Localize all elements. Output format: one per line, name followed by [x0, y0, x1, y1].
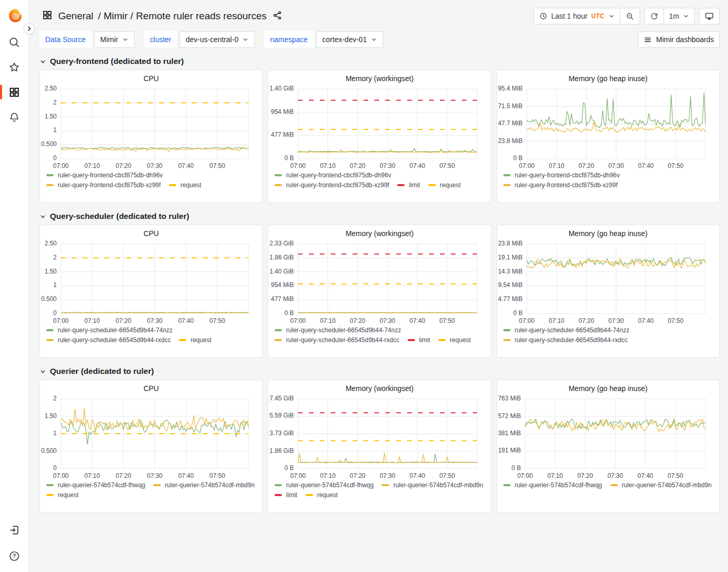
legend-label: ruler-query-scheduler-66545d9b44-rxdcc — [58, 335, 171, 345]
legend-item[interactable]: ruler-querier-574b574cdf-mbd9n — [382, 480, 483, 490]
help-icon[interactable]: ? — [0, 547, 29, 565]
legend-label: limit — [286, 490, 297, 500]
navbar: General / Mimir / Remote ruler reads res… — [30, 0, 728, 26]
legend-item[interactable]: limit — [275, 490, 297, 500]
refresh-button[interactable] — [644, 8, 664, 24]
y-axis-label: 2 — [40, 99, 57, 106]
y-axis-label: 954 MiB — [268, 108, 294, 115]
dashboards-grid-icon[interactable] — [0, 83, 29, 101]
y-axis-label: 572 MiB — [497, 412, 521, 420]
variable-value-dropdown[interactable]: Mimir — [94, 31, 135, 48]
y-axis-label: 19.1 MiB — [497, 254, 523, 261]
row-title: Query-frontend (dedicated to ruler) — [50, 57, 184, 66]
panel-title[interactable]: Memory (go heap inuse) — [497, 380, 719, 393]
row-title: Query-scheduler (dedicated to ruler) — [50, 212, 189, 221]
dashboard-row: Querier (dedicated to ruler) CPU 21.5010… — [40, 367, 720, 513]
legend-swatch-icon — [610, 484, 618, 486]
x-axis-label: 07:40 — [638, 317, 654, 324]
legend-item[interactable]: ruler-querier-574b574cdf-mbd9n — [610, 480, 712, 490]
cycle-view-mode-button[interactable] — [699, 8, 720, 24]
chart: 2.33 GiB1.86 GiB1.40 GiB954 MiB477 MiB0 … — [268, 239, 490, 325]
legend-item[interactable]: ruler-query-scheduler-66545d9b44-rxdcc — [275, 335, 399, 345]
panel-title[interactable]: Memory (go heap inuse) — [497, 225, 719, 238]
star-icon[interactable] — [0, 58, 29, 76]
legend-label: ruler-querier-574b574cdf-fhwqg — [286, 480, 373, 490]
legend-item[interactable]: ruler-query-scheduler-66545d9b44-74nzz — [46, 326, 173, 335]
grafana-app: ? General / Mimir / Remote ruler reads r… — [0, 0, 728, 572]
legend-item[interactable]: ruler-query-frontend-cbcf875db-xz99f — [503, 180, 618, 190]
legend-item[interactable]: ruler-query-frontend-cbcf875db-xz99f — [275, 180, 389, 190]
row-header[interactable]: Query-scheduler (dedicated to ruler) — [40, 212, 189, 221]
legend-item[interactable]: ruler-query-frontend-cbcf875db-xz99f — [46, 180, 161, 190]
legend-swatch-icon — [397, 184, 405, 186]
legend-swatch-icon — [153, 484, 161, 486]
panel-title[interactable]: CPU — [40, 70, 262, 83]
legend-item[interactable]: ruler-query-scheduler-66545d9b44-rxdcc — [503, 335, 628, 345]
legend-item[interactable]: limit — [397, 180, 420, 190]
refresh-interval-dropdown[interactable]: 1m — [664, 8, 695, 24]
legend-swatch-icon — [46, 184, 54, 186]
legend-label: ruler-query-scheduler-66545d9b44-rxdcc — [286, 335, 399, 345]
share-icon[interactable] — [272, 10, 282, 22]
legend-item[interactable]: ruler-query-frontend-cbcf875db-dh96v — [275, 171, 391, 180]
legend-item[interactable]: request — [179, 335, 211, 345]
x-axis-label: 07:10 — [549, 317, 564, 324]
x-axis-label: 07:40 — [410, 472, 425, 479]
y-axis-label: 0.500 — [40, 140, 57, 148]
x-axis-label: 07:30 — [380, 162, 395, 170]
row-header[interactable]: Querier (dedicated to ruler) — [40, 367, 154, 376]
legend-item[interactable]: ruler-query-scheduler-66545d9b44-74nzz — [275, 326, 401, 335]
chevron-down-icon — [122, 36, 128, 43]
panel-title[interactable]: Memory (go heap inuse) — [497, 70, 719, 83]
sign-in-icon[interactable] — [0, 521, 29, 539]
row-header[interactable]: Query-frontend (dedicated to ruler) — [40, 57, 184, 66]
legend-swatch-icon — [179, 339, 186, 341]
legend-label: ruler-querier-574b574cdf-fhwqg — [515, 480, 602, 490]
y-axis-label: 47.7 MiB — [497, 120, 523, 127]
legend-item[interactable]: ruler-query-scheduler-66545d9b44-rxdcc — [46, 335, 171, 345]
dashboard-title[interactable]: General / Mimir / Remote ruler reads res… — [58, 10, 267, 22]
expand-sidebar-button[interactable] — [23, 23, 35, 34]
alerting-bell-icon[interactable] — [0, 108, 29, 126]
legend-item[interactable]: request — [169, 180, 201, 190]
y-axis-label: 0 B — [497, 464, 521, 472]
panel: Memory (go heap inuse) 95.4 MiB71.5 MiB4… — [497, 70, 720, 203]
zoom-out-button[interactable] — [620, 8, 640, 24]
y-axis-label: 191 MiB — [497, 447, 521, 454]
variable-label: namespace — [264, 31, 313, 48]
panel-title[interactable]: Memory (workingset) — [268, 380, 490, 393]
legend-item[interactable]: limit — [408, 335, 430, 345]
legend-item[interactable]: request — [306, 490, 338, 500]
legend-item[interactable]: ruler-query-scheduler-66545d9b44-74nzz — [503, 326, 630, 335]
legend-item[interactable]: ruler-querier-574b574cdf-fhwqg — [46, 480, 145, 490]
y-axis-label: 71.5 MiB — [497, 102, 523, 110]
legend-item[interactable]: ruler-query-frontend-cbcf875db-dh96v — [503, 171, 620, 180]
x-axis-label: 07:50 — [210, 317, 225, 324]
legend-item[interactable]: request — [438, 335, 471, 345]
grafana-logo[interactable] — [7, 8, 23, 23]
legend-item[interactable]: ruler-querier-574b574cdf-mbd9n — [153, 480, 255, 490]
legend-item[interactable]: ruler-querier-574b574cdf-fhwqg — [275, 480, 373, 490]
legend-item[interactable]: request — [46, 490, 79, 500]
legend-label: request — [180, 180, 201, 190]
y-axis-label: 763 MiB — [497, 395, 521, 402]
legend-item[interactable]: ruler-querier-574b574cdf-fhwqg — [503, 480, 602, 490]
variable-value-dropdown[interactable]: cortex-dev-01 — [316, 31, 384, 48]
panel-title[interactable]: Memory (workingset) — [268, 70, 490, 83]
y-axis-label: 14.3 MiB — [497, 268, 523, 275]
legend-item[interactable]: ruler-query-frontend-cbcf875db-dh96v — [46, 171, 163, 180]
plot-svg — [525, 399, 706, 469]
time-picker[interactable]: Last 1 hour UTC — [534, 8, 620, 24]
panel-title[interactable]: CPU — [40, 225, 262, 238]
template-variable: Data Source Mimir — [40, 31, 135, 48]
x-axis-label: 07:20 — [350, 317, 366, 324]
search-icon[interactable] — [0, 33, 29, 51]
mimir-dashboards-button[interactable]: Mimir dashboards — [638, 31, 720, 48]
panel: Memory (workingset) 2.33 GiB1.86 GiB1.40… — [268, 225, 491, 358]
legend-item[interactable]: request — [428, 180, 461, 190]
panel-title[interactable]: CPU — [40, 380, 262, 393]
x-axis-label: 07:30 — [147, 317, 162, 324]
breadcrumb-root[interactable]: General — [58, 10, 94, 22]
variable-value-dropdown[interactable]: dev-us-central-0 — [179, 31, 255, 48]
panel-title[interactable]: Memory (workingset) — [268, 225, 490, 238]
